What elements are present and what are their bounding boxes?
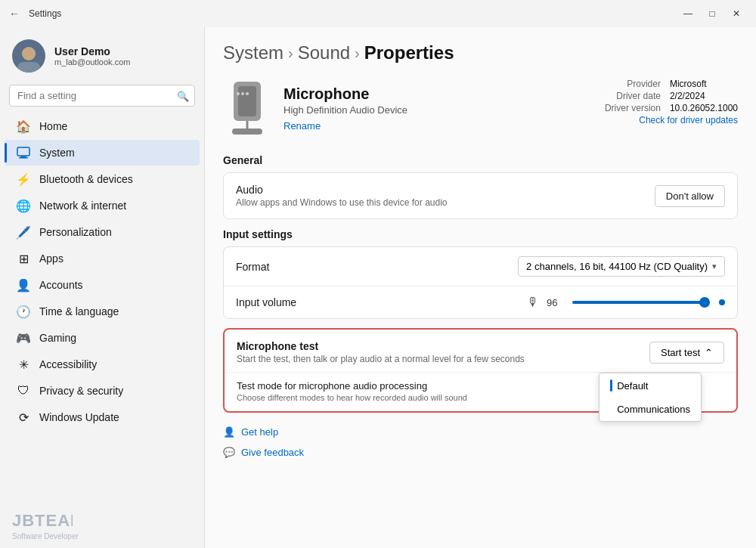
rename-link[interactable]: Rename <box>284 120 321 132</box>
format-label: Format <box>236 261 269 273</box>
sidebar-item-apps-label: Apps <box>39 252 64 265</box>
home-icon: 🏠 <box>17 119 30 133</box>
sidebar-item-update[interactable]: ⟳ Windows Update <box>5 404 200 430</box>
driver-version-value: 10.0.26052.1000 <box>670 103 738 113</box>
sidebar-item-accounts[interactable]: 👤 Accounts <box>5 272 200 298</box>
driver-date-value: 2/2/2024 <box>670 91 705 101</box>
volume-row: Input volume 🎙 96 <box>224 286 737 318</box>
driver-version-label: Driver version <box>600 103 661 113</box>
sidebar-item-system[interactable]: System <box>5 140 200 166</box>
start-test-button[interactable]: Start test ⌃ <box>649 342 724 364</box>
user-name: User Demo <box>54 45 130 57</box>
input-settings-card: Format 2 channels, 16 bit, 44100 Hz (CD … <box>223 246 738 319</box>
user-profile: User Demo m_lab@outlook.com <box>0 27 204 82</box>
test-mode-desc: Choose different modes to hear how recor… <box>237 393 467 402</box>
update-icon: ⟳ <box>17 410 30 424</box>
get-help-row[interactable]: 👤 Get help <box>223 422 738 442</box>
device-subtitle: High Definition Audio Device <box>284 104 407 116</box>
audio-row: Audio Allow apps and Windows to use this… <box>224 173 737 218</box>
close-button[interactable]: ✕ <box>726 6 747 21</box>
sidebar-item-update-label: Windows Update <box>39 411 119 423</box>
sidebar-item-system-label: System <box>39 147 75 159</box>
volume-value: 96 <box>547 297 565 308</box>
sidebar-item-personalization[interactable]: 🖊️ Personalization <box>5 219 200 245</box>
sidebar-item-accounts-label: Accounts <box>39 279 83 291</box>
breadcrumb-current: Properties <box>364 42 454 63</box>
sidebar-item-network[interactable]: 🌐 Network & internet <box>5 193 200 218</box>
svg-text:JBTEAM: JBTEAM <box>12 511 73 530</box>
nav-menu: 🏠 Home System ⚡ Bluetooth & devices 🌐 <box>0 113 204 431</box>
sidebar-item-personalization-label: Personalization <box>39 226 112 238</box>
network-icon: 🌐 <box>17 199 30 212</box>
sidebar-item-privacy-label: Privacy & security <box>39 385 123 397</box>
branding-subtitle: Software Developer <box>12 532 79 540</box>
sidebar-item-time[interactable]: 🕐 Time & language <box>5 299 200 324</box>
start-test-label: Start test <box>661 347 700 358</box>
mic-test-card: Microphone test Start the test, then tal… <box>223 328 738 413</box>
breadcrumb-system: System <box>223 42 284 63</box>
sidebar-item-bluetooth[interactable]: ⚡ Bluetooth & devices <box>5 166 200 192</box>
sidebar-item-accessibility[interactable]: ✳ Accessibility <box>5 351 200 377</box>
sidebar-item-home[interactable]: 🏠 Home <box>5 113 200 139</box>
bluetooth-icon: ⚡ <box>17 172 30 186</box>
sidebar-item-time-label: Time & language <box>39 305 119 317</box>
main-content: System › Sound › Properties <box>204 27 756 548</box>
get-help-icon: 👤 <box>223 426 235 438</box>
title-bar: ← Settings — □ ✕ <box>0 0 756 27</box>
volume-label: Input volume <box>236 296 296 308</box>
maximize-button[interactable]: □ <box>702 6 723 21</box>
time-icon: 🕐 <box>17 305 30 318</box>
provider-label: Provider <box>600 79 661 89</box>
sidebar-item-bluetooth-label: Bluetooth & devices <box>39 173 133 185</box>
back-icon[interactable]: ← <box>9 8 20 20</box>
give-feedback-row[interactable]: 💬 Give feedback <box>223 442 738 463</box>
title-bar-title: Settings <box>29 8 61 19</box>
device-info: Microphone High Definition Audio Device … <box>223 79 407 139</box>
test-mode-title: Test mode for microphone audio processin… <box>237 380 467 392</box>
sidebar: User Demo m_lab@outlook.com 🔍 🏠 Home <box>0 27 204 548</box>
sidebar-item-network-label: Network & internet <box>39 200 126 212</box>
chevron-down-icon: ▾ <box>712 262 717 271</box>
sidebar-item-privacy[interactable]: 🛡 Privacy & security <box>5 378 200 404</box>
device-name: Microphone <box>284 85 407 103</box>
provider-value: Microsoft <box>670 79 707 89</box>
chevron-up-icon: ⌃ <box>705 347 713 358</box>
dont-allow-button[interactable]: Don't allow <box>655 185 725 207</box>
format-row: Format 2 channels, 16 bit, 44100 Hz (CD … <box>224 247 737 286</box>
sidebar-item-gaming[interactable]: 🎮 Gaming <box>5 325 200 351</box>
dropdown-communications-label: Communications <box>617 404 690 415</box>
apps-icon: ⊞ <box>17 252 30 265</box>
format-select[interactable]: 2 channels, 16 bit, 44100 Hz (CD Quality… <box>518 256 725 277</box>
volume-slider-track[interactable] <box>572 301 708 304</box>
search-box: 🔍 <box>9 85 195 107</box>
dropdown-item-default[interactable]: Default <box>600 373 701 398</box>
breadcrumb-sound: Sound <box>298 42 350 63</box>
svg-rect-7 <box>232 128 262 135</box>
avatar <box>12 39 45 73</box>
driver-update-link[interactable]: Check for driver updates <box>600 115 738 125</box>
volume-slider-thumb[interactable] <box>699 297 710 308</box>
sidebar-item-apps[interactable]: ⊞ Apps <box>5 246 200 271</box>
privacy-icon: 🛡 <box>17 384 30 398</box>
format-value: 2 channels, 16 bit, 44100 Hz (CD Quality… <box>526 261 708 272</box>
volume-slider-fill <box>572 301 703 304</box>
gaming-icon: 🎮 <box>17 331 30 345</box>
sidebar-item-home-label: Home <box>39 120 67 132</box>
svg-rect-2 <box>19 157 28 159</box>
mic-test-info: Microphone test Start the test, then tal… <box>237 340 525 364</box>
audio-desc: Allow apps and Windows to use this devic… <box>236 197 448 208</box>
window-controls: — □ ✕ <box>677 6 747 21</box>
input-settings-title: Input settings <box>223 228 738 240</box>
volume-controls: 🎙 96 <box>527 296 725 309</box>
test-mode-row: Test mode for microphone audio processin… <box>225 372 736 411</box>
general-section-title: General <box>223 154 738 166</box>
test-mode-dropdown: Default Communications <box>599 373 702 422</box>
dropdown-item-communications[interactable]: Communications <box>600 398 701 421</box>
device-header: Microphone High Definition Audio Device … <box>223 79 738 139</box>
device-text: Microphone High Definition Audio Device … <box>284 85 407 132</box>
search-input[interactable] <box>9 85 195 107</box>
mic-test-desc: Start the test, then talk or play audio … <box>237 354 525 364</box>
svg-rect-5 <box>238 86 256 116</box>
minimize-button[interactable]: — <box>677 6 699 21</box>
mic-test-title: Microphone test <box>237 340 525 352</box>
